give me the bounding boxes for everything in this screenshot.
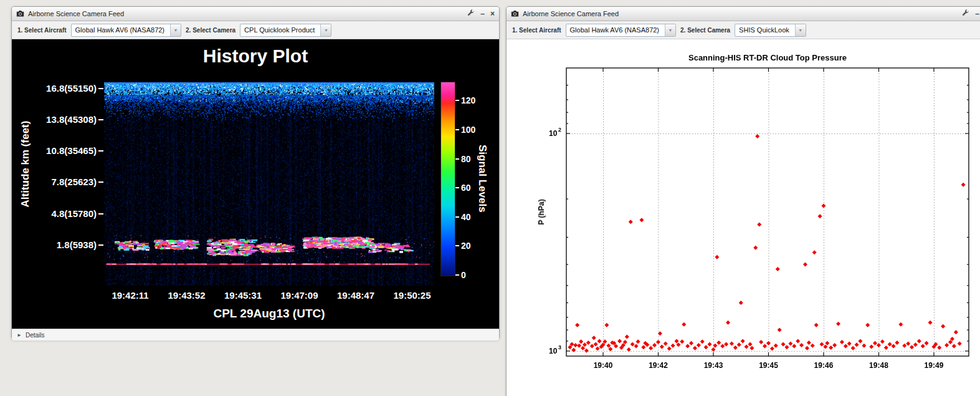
altitude-tick-label: 13.8(45308) — [12, 114, 97, 125]
y-axis-label: Altitude km (feet) — [19, 121, 32, 208]
dropdown-arrow-icon[interactable]: ▼ — [170, 24, 181, 36]
camera-dropdown-value: SHIS QuickLook — [735, 24, 795, 36]
altitude-tick-label: 7.8(25623) — [12, 176, 97, 187]
y-axis-label: P (hPa) — [537, 199, 546, 225]
colorbar-tick-mark — [455, 129, 459, 130]
camera-dropdown-value: CPL Quicklook Product — [240, 24, 320, 36]
y-tick-mark — [98, 88, 103, 89]
plot-title: History Plot — [12, 46, 499, 67]
select-camera-label: 2. Select Camera — [680, 27, 730, 34]
time-tick-label: 19:45:31 — [212, 290, 274, 301]
panel-title: Airborne Science Camera Feed — [28, 10, 124, 17]
x-axis-label: CPL 29Aug13 (UTC) — [104, 307, 434, 321]
time-tick-label: 19:50:25 — [381, 290, 444, 301]
colorbar-tick-mark — [455, 216, 459, 218]
altitude-tick-label: 4.8(15780) — [12, 208, 97, 219]
select-aircraft-label: 1. Select Aircraft — [17, 27, 67, 34]
panel-header[interactable]: Airborne Science Camera Feed – × — [507, 7, 980, 21]
aircraft-dropdown[interactable]: Global Hawk AV6 (NASA872) ▼ — [71, 24, 181, 37]
aircraft-dropdown-value: Global Hawk AV6 (NASA872) — [566, 24, 665, 36]
settings-wrench-icon[interactable] — [467, 8, 475, 19]
details-label: Details — [26, 332, 45, 339]
time-tick-label: 19:42:11 — [99, 290, 161, 301]
panel-header[interactable]: Airborne Science Camera Feed – × — [12, 7, 499, 21]
colorbar-tick-mark — [455, 187, 459, 188]
y-tick-mark — [98, 119, 103, 120]
toolbar: 1. Select Aircraft Global Hawk AV6 (NASA… — [12, 21, 499, 39]
aircraft-dropdown-value: Global Hawk AV6 (NASA872) — [72, 24, 170, 36]
lidar-backscatter-image — [104, 82, 434, 286]
dropdown-arrow-icon[interactable]: ▼ — [320, 24, 331, 36]
aircraft-dropdown[interactable]: Global Hawk AV6 (NASA872) ▼ — [566, 24, 676, 37]
altitude-tick-label: 16.8(55150) — [12, 83, 97, 94]
minimize-button[interactable]: – — [480, 10, 485, 17]
colorbar-tick-label: 0 — [461, 270, 480, 280]
dropdown-arrow-icon[interactable]: ▼ — [795, 24, 806, 36]
camera-dropdown[interactable]: SHIS QuickLook ▼ — [735, 24, 806, 37]
minimize-button[interactable]: – — [975, 10, 979, 17]
colorbar-tick-label: 100 — [461, 125, 480, 135]
close-button[interactable]: × — [490, 10, 495, 17]
y-tick-mark — [98, 244, 103, 246]
colorbar-tick-mark — [455, 158, 459, 160]
y-tick-mark — [98, 213, 103, 215]
colorbar-tick-mark — [455, 245, 459, 246]
time-tick-label: 19:47:09 — [269, 290, 331, 301]
time-tick-label: 19:48:47 — [325, 290, 387, 301]
altitude-tick-label: 10.8(35465) — [12, 145, 97, 156]
settings-wrench-icon[interactable] — [962, 8, 969, 19]
colorbar-tick-label: 60 — [461, 183, 480, 193]
colorbar-tick-label: 80 — [461, 154, 480, 164]
camera-icon — [511, 8, 519, 19]
panel-title: Airborne Science Camera Feed — [523, 10, 619, 17]
colorbar-tick-label: 40 — [461, 212, 480, 222]
details-expander-icon[interactable]: ► — [17, 332, 22, 338]
cpl-history-plot: History Plot Altitude km (feet) CPL 29Au… — [12, 39, 499, 329]
colorbar-tick-mark — [455, 274, 459, 276]
plot-title: Scanning-HIS RT-DR Cloud Top Pressure — [566, 53, 969, 62]
select-aircraft-label: 1. Select Aircraft — [512, 27, 561, 34]
colorbar-tick-mark — [455, 100, 459, 101]
camera-icon — [16, 8, 24, 19]
toolbar: 1. Select Aircraft Global Hawk AV6 (NASA… — [507, 21, 980, 39]
y-tick-mark — [98, 150, 103, 152]
y-tick-mark — [98, 181, 103, 183]
shis-cloud-top-pressure-plot: Scanning-HIS RT-DR Cloud Top Pressure P … — [507, 39, 980, 396]
altitude-tick-label: 1.8(5938) — [12, 239, 97, 250]
camera-feed-panel-left: Airborne Science Camera Feed – × 1. Sele… — [11, 6, 500, 340]
colorbar-tick-label: 120 — [461, 95, 480, 105]
time-tick-label: 19:43:52 — [156, 290, 218, 301]
details-bar[interactable]: ► Details — [12, 329, 499, 340]
select-camera-label: 2. Select Camera — [186, 27, 235, 34]
dropdown-arrow-icon[interactable]: ▼ — [665, 24, 675, 36]
colorbar — [440, 82, 455, 276]
camera-feed-panel-right: Airborne Science Camera Feed – × 1. Sele… — [506, 6, 980, 396]
camera-dropdown[interactable]: CPL Quicklook Product ▼ — [240, 24, 331, 37]
colorbar-tick-label: 20 — [461, 241, 480, 251]
cloud-top-pressure-canvas — [507, 39, 980, 396]
